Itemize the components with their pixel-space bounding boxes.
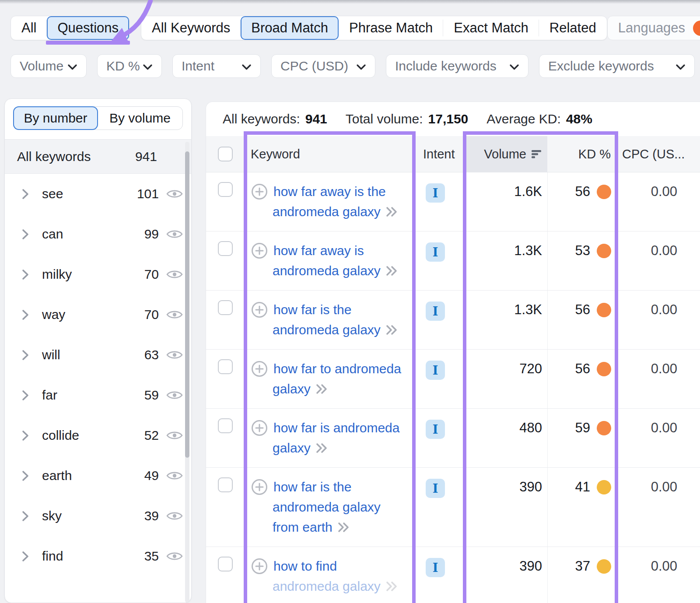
volume-cell: 390: [463, 468, 547, 547]
languages-button[interactable]: Languages beta: [607, 16, 700, 40]
kd-cell: 56: [547, 350, 619, 408]
sidebar-group-can[interactable]: can99: [5, 214, 191, 254]
eye-icon[interactable]: [166, 309, 183, 321]
intent-badge-informational[interactable]: I: [426, 558, 445, 577]
keyword-cell[interactable]: how far is theandromeda galaxy: [244, 291, 416, 349]
tab-label: Phrase Match: [349, 20, 433, 36]
group-count: 59: [128, 388, 159, 403]
eye-icon[interactable]: [166, 268, 183, 280]
cpc-cell: 0.00: [619, 409, 700, 467]
sidebar-group-will[interactable]: will63: [5, 335, 191, 375]
filter-intent[interactable]: Intent: [172, 54, 261, 78]
open-keyword-icon[interactable]: [316, 442, 328, 454]
open-keyword-icon[interactable]: [316, 383, 328, 395]
tab-all[interactable]: All: [11, 16, 47, 40]
row-checkbox[interactable]: [218, 418, 233, 433]
row-checkbox[interactable]: [218, 300, 233, 315]
intent-badge-informational[interactable]: I: [426, 183, 445, 203]
table-row: how far is andromedagalaxyI480590.00: [206, 409, 700, 468]
keyword-line: galaxy: [251, 379, 412, 399]
row-checkbox[interactable]: [218, 182, 233, 197]
keyword-cell[interactable]: how to findandromeda galaxy: [244, 547, 416, 603]
open-keyword-icon[interactable]: [386, 265, 398, 277]
keyword-cell[interactable]: how far away is theandromeda galaxy: [244, 172, 416, 231]
toggle-by-volume[interactable]: By volume: [98, 107, 182, 130]
cpc-cell: 0.00: [619, 291, 700, 349]
intent-badge-informational[interactable]: I: [426, 420, 445, 439]
intent-badge-informational[interactable]: I: [426, 242, 445, 262]
cpc-cell: 0.00: [619, 172, 700, 231]
stat-total-volume: Total volume: 17,150: [346, 112, 469, 126]
chevron-down-icon: [143, 59, 153, 74]
select-all-checkbox[interactable]: [218, 147, 233, 161]
column-header-cpc[interactable]: CPC (US...: [619, 136, 700, 172]
tab-questions[interactable]: Questions: [47, 16, 129, 40]
sidebar-group-sky[interactable]: sky39: [5, 496, 191, 536]
table-row: how far is theandromeda galaxyfrom earth…: [206, 468, 700, 547]
add-keyword-icon[interactable]: [251, 242, 268, 259]
sidebar-group-earth[interactable]: earth49: [5, 456, 191, 496]
row-checkbox[interactable]: [218, 557, 233, 571]
add-keyword-icon[interactable]: [251, 183, 268, 200]
add-keyword-icon[interactable]: [251, 557, 268, 575]
keyword-cell[interactable]: how far is andromedagalaxy: [244, 409, 416, 467]
group-count: 39: [128, 508, 159, 523]
sidebar-scrollbar-track[interactable]: [185, 142, 189, 603]
sidebar-group-collide[interactable]: collide52: [5, 415, 191, 456]
sidebar-group-far[interactable]: far59: [5, 375, 191, 415]
row-checkbox[interactable]: [218, 359, 233, 374]
toggle-by-number[interactable]: By number: [13, 106, 98, 130]
eye-icon[interactable]: [166, 550, 183, 562]
chevron-right-icon: [21, 188, 30, 200]
column-header-keyword[interactable]: Keyword: [244, 136, 416, 172]
keyword-cell[interactable]: how far is theandromeda galaxyfrom earth: [244, 468, 416, 547]
open-keyword-icon[interactable]: [338, 521, 350, 533]
sidebar-group-milky[interactable]: milky70: [5, 254, 191, 294]
group-term: milky: [42, 267, 128, 282]
tab-all-keywords[interactable]: All Keywords: [141, 16, 241, 40]
column-header-volume[interactable]: Volume: [463, 136, 547, 172]
eye-icon[interactable]: [166, 470, 183, 482]
open-keyword-icon[interactable]: [386, 206, 398, 218]
intent-badge-informational[interactable]: I: [426, 302, 445, 321]
eye-icon[interactable]: [166, 389, 183, 401]
intent-badge-informational[interactable]: I: [426, 361, 445, 380]
keyword-line: how to find: [251, 556, 412, 576]
tab-related[interactable]: Related: [539, 16, 607, 40]
keyword-cell[interactable]: how far to andromedagalaxy: [244, 350, 416, 408]
open-keyword-icon[interactable]: [386, 324, 398, 336]
group-term: earth: [42, 468, 128, 483]
sidebar-group-find[interactable]: find35: [5, 536, 191, 576]
group-count: 49: [128, 468, 159, 483]
filter-volume[interactable]: Volume: [10, 54, 87, 78]
eye-icon[interactable]: [166, 510, 183, 522]
filter-include-keywords[interactable]: Include keywords: [386, 54, 528, 78]
chevron-right-icon: [21, 269, 30, 280]
filter-exclude-keywords[interactable]: Exclude keywords: [539, 54, 695, 78]
sidebar-scrollbar-thumb[interactable]: [185, 151, 189, 458]
filter-cpc-usd[interactable]: CPC (USD): [271, 54, 375, 78]
sidebar-group-see[interactable]: see101: [5, 174, 191, 214]
keyword-cell[interactable]: how far away isandromeda galaxy: [244, 231, 416, 290]
intent-badge-informational[interactable]: I: [426, 479, 445, 498]
eye-icon[interactable]: [166, 349, 183, 361]
tab-exact-match[interactable]: Exact Match: [443, 16, 539, 40]
add-keyword-icon[interactable]: [251, 301, 268, 319]
open-keyword-icon[interactable]: [386, 580, 398, 592]
table-row: how far to andromedagalaxyI720560.00: [206, 350, 700, 409]
eye-icon[interactable]: [166, 228, 183, 240]
eye-icon[interactable]: [166, 429, 183, 442]
eye-icon[interactable]: [166, 188, 183, 200]
add-keyword-icon[interactable]: [251, 360, 268, 378]
tab-broad-match[interactable]: Broad Match: [241, 16, 339, 40]
add-keyword-icon[interactable]: [251, 419, 268, 437]
sidebar-all-keywords-row[interactable]: All keywords 941: [5, 139, 191, 174]
filter-kd[interactable]: KD %: [97, 54, 162, 78]
add-keyword-icon[interactable]: [251, 478, 268, 496]
sidebar-group-way[interactable]: way70: [5, 294, 191, 335]
column-header-intent[interactable]: Intent: [416, 136, 463, 172]
column-header-kd[interactable]: KD %: [547, 136, 619, 172]
tab-phrase-match[interactable]: Phrase Match: [339, 16, 443, 40]
row-checkbox[interactable]: [218, 241, 233, 256]
row-checkbox[interactable]: [218, 477, 233, 492]
